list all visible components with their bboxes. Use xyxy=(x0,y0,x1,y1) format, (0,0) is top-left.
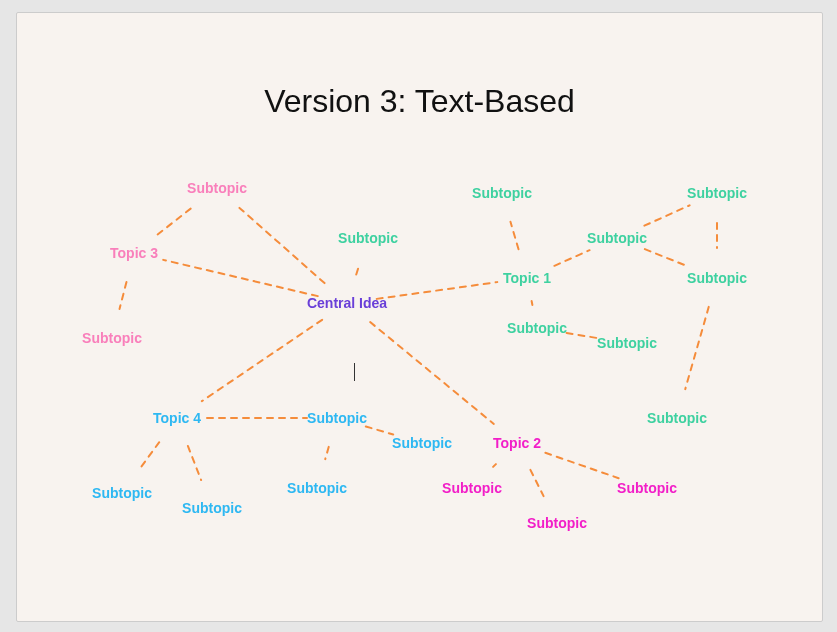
node-t1s5[interactable]: Subtopic xyxy=(681,266,753,290)
node-t3s2[interactable]: Subtopic xyxy=(76,326,148,350)
connector-layer xyxy=(17,13,822,621)
text-cursor xyxy=(354,363,355,381)
edge-topic4-t4s5 xyxy=(140,442,160,469)
node-t2s1[interactable]: Subtopic xyxy=(436,476,508,500)
viewport: Version 3: Text-Based Central Idea Topic… xyxy=(0,0,837,632)
edge-central-topic1 xyxy=(377,282,498,299)
node-t1s3[interactable]: Subtopic xyxy=(501,316,573,340)
node-topic4[interactable]: Topic 4 xyxy=(147,406,207,430)
edge-topic2-t2s2 xyxy=(530,470,543,496)
edge-t4s1-t4s3 xyxy=(325,447,329,459)
mindmap-canvas[interactable]: Version 3: Text-Based Central Idea Topic… xyxy=(16,12,823,622)
node-t2s2[interactable]: Subtopic xyxy=(521,511,593,535)
node-t4s4[interactable]: Subtopic xyxy=(176,496,248,520)
node-t1s1[interactable]: Subtopic xyxy=(466,181,538,205)
node-t3s1[interactable]: Subtopic xyxy=(181,176,253,200)
edge-topic2-t2s3 xyxy=(545,453,618,478)
node-t2s3[interactable]: Subtopic xyxy=(611,476,683,500)
node-central[interactable]: Central Idea xyxy=(301,291,393,315)
node-topic2[interactable]: Topic 2 xyxy=(487,431,547,455)
edge-central-topic2 xyxy=(370,322,494,424)
edge-central-t1s8 xyxy=(356,267,359,275)
edge-t1s2-t1s4 xyxy=(644,205,689,225)
edge-central-topic3 xyxy=(163,260,318,296)
node-topic3[interactable]: Topic 3 xyxy=(104,241,164,265)
edge-topic2-t2s1 xyxy=(493,464,496,467)
node-t4s2[interactable]: Subtopic xyxy=(386,431,458,455)
edge-topic1-t1s3 xyxy=(532,301,533,305)
node-t4s3[interactable]: Subtopic xyxy=(281,476,353,500)
edge-topic1-t1s1 xyxy=(510,222,518,249)
edge-topic3-t3s1 xyxy=(158,206,194,234)
node-t1s7[interactable]: Subtopic xyxy=(641,406,713,430)
edge-t1s5-t1s7 xyxy=(685,307,709,389)
edge-topic4-t4s4 xyxy=(188,446,201,480)
edge-central-topic4 xyxy=(202,320,322,401)
node-t1s4[interactable]: Subtopic xyxy=(681,181,753,205)
edge-topic3-t3s2 xyxy=(120,282,127,309)
node-t1s6[interactable]: Subtopic xyxy=(591,331,663,355)
edge-topic1-t1s2 xyxy=(554,250,589,266)
node-t4s1[interactable]: Subtopic xyxy=(301,406,373,430)
edge-t1s2-t1s5 xyxy=(645,249,689,267)
node-t1s2[interactable]: Subtopic xyxy=(581,226,653,250)
node-t1s8[interactable]: Subtopic xyxy=(332,226,404,250)
node-topic1[interactable]: Topic 1 xyxy=(497,266,557,290)
node-t4s5[interactable]: Subtopic xyxy=(86,481,158,505)
edge-central-t3s1 xyxy=(239,208,324,283)
